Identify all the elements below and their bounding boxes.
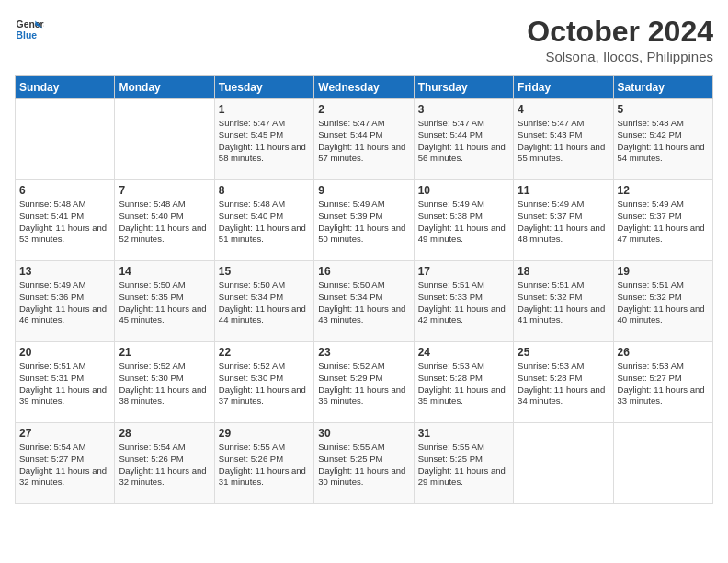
calendar-cell: 7Sunrise: 5:48 AM Sunset: 5:40 PM Daylig… [115, 180, 214, 261]
cell-info: Sunrise: 5:55 AM Sunset: 5:26 PM Dayligh… [219, 442, 310, 488]
cell-info: Sunrise: 5:49 AM Sunset: 5:36 PM Dayligh… [19, 280, 110, 327]
day-number: 13 [19, 265, 110, 278]
calendar-cell [16, 99, 115, 180]
cell-info: Sunrise: 5:50 AM Sunset: 5:34 PM Dayligh… [219, 280, 310, 327]
calendar-cell: 14Sunrise: 5:50 AM Sunset: 5:35 PM Dayli… [115, 261, 214, 342]
day-header-tuesday: Tuesday [214, 76, 313, 99]
cell-info: Sunrise: 5:49 AM Sunset: 5:38 PM Dayligh… [418, 199, 509, 246]
calendar-cell: 12Sunrise: 5:49 AM Sunset: 5:37 PM Dayli… [613, 180, 712, 261]
cell-info: Sunrise: 5:47 AM Sunset: 5:44 PM Dayligh… [418, 118, 509, 165]
cell-info: Sunrise: 5:52 AM Sunset: 5:29 PM Dayligh… [318, 361, 409, 408]
page-header: General Blue October 2024 Solsona, Iloco… [15, 15, 713, 64]
day-number: 28 [119, 427, 210, 440]
day-header-monday: Monday [115, 76, 214, 99]
calendar-cell: 6Sunrise: 5:48 AM Sunset: 5:41 PM Daylig… [16, 180, 115, 261]
cell-info: Sunrise: 5:55 AM Sunset: 5:25 PM Dayligh… [418, 442, 509, 488]
week-row-4: 20Sunrise: 5:51 AM Sunset: 5:31 PM Dayli… [16, 342, 713, 423]
calendar-cell: 16Sunrise: 5:50 AM Sunset: 5:34 PM Dayli… [314, 261, 414, 342]
svg-text:Blue: Blue [17, 30, 38, 40]
logo: General Blue [15, 15, 44, 44]
calendar-cell: 27Sunrise: 5:54 AM Sunset: 5:27 PM Dayli… [16, 423, 115, 504]
calendar-cell: 5Sunrise: 5:48 AM Sunset: 5:42 PM Daylig… [613, 99, 712, 180]
calendar-header-row: SundayMondayTuesdayWednesdayThursdayFrid… [16, 76, 713, 99]
calendar-cell: 10Sunrise: 5:49 AM Sunset: 5:38 PM Dayli… [414, 180, 513, 261]
cell-info: Sunrise: 5:48 AM Sunset: 5:41 PM Dayligh… [19, 199, 110, 246]
calendar-cell: 23Sunrise: 5:52 AM Sunset: 5:29 PM Dayli… [314, 342, 414, 423]
calendar-cell [613, 423, 712, 504]
calendar-cell: 1Sunrise: 5:47 AM Sunset: 5:45 PM Daylig… [214, 99, 313, 180]
week-row-1: 1Sunrise: 5:47 AM Sunset: 5:45 PM Daylig… [16, 99, 713, 180]
day-number: 22 [219, 346, 310, 359]
day-number: 2 [318, 103, 409, 116]
cell-info: Sunrise: 5:53 AM Sunset: 5:28 PM Dayligh… [418, 361, 509, 408]
day-number: 24 [418, 346, 509, 359]
cell-info: Sunrise: 5:51 AM Sunset: 5:32 PM Dayligh… [618, 280, 709, 327]
day-number: 27 [19, 427, 110, 440]
calendar-cell: 21Sunrise: 5:52 AM Sunset: 5:30 PM Dayli… [115, 342, 214, 423]
calendar-cell: 30Sunrise: 5:55 AM Sunset: 5:25 PM Dayli… [314, 423, 414, 504]
cell-info: Sunrise: 5:53 AM Sunset: 5:28 PM Dayligh… [518, 361, 609, 408]
calendar-cell: 22Sunrise: 5:52 AM Sunset: 5:30 PM Dayli… [214, 342, 313, 423]
location-subtitle: Solsona, Ilocos, Philippines [527, 49, 713, 64]
calendar-cell: 31Sunrise: 5:55 AM Sunset: 5:25 PM Dayli… [414, 423, 513, 504]
logo-icon: General Blue [15, 15, 44, 44]
cell-info: Sunrise: 5:47 AM Sunset: 5:45 PM Dayligh… [219, 118, 310, 165]
cell-info: Sunrise: 5:54 AM Sunset: 5:26 PM Dayligh… [119, 442, 210, 488]
cell-info: Sunrise: 5:49 AM Sunset: 5:37 PM Dayligh… [518, 199, 609, 246]
calendar-cell: 20Sunrise: 5:51 AM Sunset: 5:31 PM Dayli… [16, 342, 115, 423]
day-number: 29 [219, 427, 310, 440]
day-number: 1 [219, 103, 310, 116]
cell-info: Sunrise: 5:51 AM Sunset: 5:33 PM Dayligh… [418, 280, 509, 327]
day-number: 11 [518, 184, 609, 197]
day-number: 7 [119, 184, 210, 197]
cell-info: Sunrise: 5:47 AM Sunset: 5:43 PM Dayligh… [518, 118, 609, 165]
cell-info: Sunrise: 5:48 AM Sunset: 5:40 PM Dayligh… [119, 199, 210, 246]
cell-info: Sunrise: 5:49 AM Sunset: 5:39 PM Dayligh… [318, 199, 409, 246]
calendar-cell: 24Sunrise: 5:53 AM Sunset: 5:28 PM Dayli… [414, 342, 513, 423]
calendar-cell: 3Sunrise: 5:47 AM Sunset: 5:44 PM Daylig… [414, 99, 513, 180]
day-header-thursday: Thursday [414, 76, 513, 99]
cell-info: Sunrise: 5:52 AM Sunset: 5:30 PM Dayligh… [119, 361, 210, 408]
svg-text:General: General [17, 19, 44, 29]
calendar-cell: 13Sunrise: 5:49 AM Sunset: 5:36 PM Dayli… [16, 261, 115, 342]
day-header-wednesday: Wednesday [314, 76, 414, 99]
day-number: 25 [518, 346, 609, 359]
title-block: October 2024 Solsona, Ilocos, Philippine… [527, 15, 713, 64]
month-title: October 2024 [527, 15, 713, 49]
cell-info: Sunrise: 5:48 AM Sunset: 5:42 PM Dayligh… [618, 118, 709, 165]
calendar-cell: 9Sunrise: 5:49 AM Sunset: 5:39 PM Daylig… [314, 180, 414, 261]
calendar-cell: 2Sunrise: 5:47 AM Sunset: 5:44 PM Daylig… [314, 99, 414, 180]
day-number: 3 [418, 103, 509, 116]
calendar-cell: 19Sunrise: 5:51 AM Sunset: 5:32 PM Dayli… [613, 261, 712, 342]
day-number: 5 [618, 103, 709, 116]
cell-info: Sunrise: 5:50 AM Sunset: 5:35 PM Dayligh… [119, 280, 210, 327]
day-number: 19 [618, 265, 709, 278]
day-number: 14 [119, 265, 210, 278]
day-number: 26 [618, 346, 709, 359]
week-row-3: 13Sunrise: 5:49 AM Sunset: 5:36 PM Dayli… [16, 261, 713, 342]
day-number: 4 [518, 103, 609, 116]
cell-info: Sunrise: 5:52 AM Sunset: 5:30 PM Dayligh… [219, 361, 310, 408]
calendar-cell: 25Sunrise: 5:53 AM Sunset: 5:28 PM Dayli… [514, 342, 613, 423]
day-header-saturday: Saturday [613, 76, 712, 99]
day-number: 23 [318, 346, 409, 359]
calendar-cell: 15Sunrise: 5:50 AM Sunset: 5:34 PM Dayli… [214, 261, 313, 342]
day-number: 9 [318, 184, 409, 197]
day-number: 15 [219, 265, 310, 278]
day-number: 31 [418, 427, 509, 440]
cell-info: Sunrise: 5:51 AM Sunset: 5:32 PM Dayligh… [518, 280, 609, 327]
calendar-cell: 8Sunrise: 5:48 AM Sunset: 5:40 PM Daylig… [214, 180, 313, 261]
day-number: 16 [318, 265, 409, 278]
cell-info: Sunrise: 5:50 AM Sunset: 5:34 PM Dayligh… [318, 280, 409, 327]
day-number: 8 [219, 184, 310, 197]
day-number: 12 [618, 184, 709, 197]
day-number: 30 [318, 427, 409, 440]
week-row-2: 6Sunrise: 5:48 AM Sunset: 5:41 PM Daylig… [16, 180, 713, 261]
cell-info: Sunrise: 5:55 AM Sunset: 5:25 PM Dayligh… [318, 442, 409, 488]
cell-info: Sunrise: 5:48 AM Sunset: 5:40 PM Dayligh… [219, 199, 310, 246]
calendar-table: SundayMondayTuesdayWednesdayThursdayFrid… [15, 75, 713, 504]
cell-info: Sunrise: 5:51 AM Sunset: 5:31 PM Dayligh… [19, 361, 110, 408]
week-row-5: 27Sunrise: 5:54 AM Sunset: 5:27 PM Dayli… [16, 423, 713, 504]
calendar-cell [115, 99, 214, 180]
calendar-cell: 29Sunrise: 5:55 AM Sunset: 5:26 PM Dayli… [214, 423, 313, 504]
